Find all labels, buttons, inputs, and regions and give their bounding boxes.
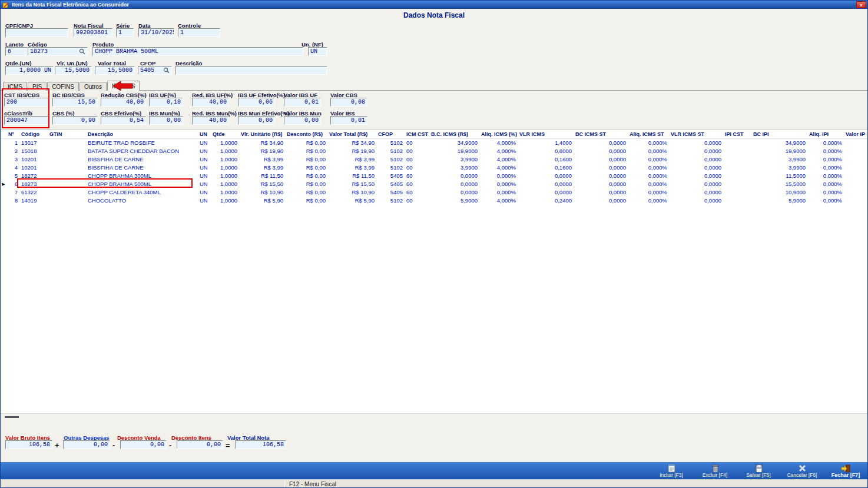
grid-cell: 0,000% [479, 172, 518, 180]
grid-horizontal-scrollbar[interactable] [1, 413, 868, 420]
grid-column-header[interactable]: Vlr. Unitário (R$) [239, 130, 285, 138]
serie-field[interactable]: 1 [116, 28, 134, 37]
valor-ibs-field[interactable]: 0,01 [330, 116, 367, 125]
grid-column-header[interactable]: Valor IP [844, 130, 868, 138]
grid-cell: 0,000% [628, 164, 669, 172]
ibs-mun-efetivo-field[interactable]: 0,00 [238, 116, 275, 125]
grid-cell: 0,1600 [518, 164, 574, 172]
valor-cbs-field[interactable]: 0,08 [330, 98, 367, 107]
valor-total-nota-field[interactable]: 106,58 [235, 440, 286, 449]
close-button[interactable]: x [856, 1, 866, 8]
salvar-button[interactable]: Salvar [F5] [741, 464, 776, 478]
red-ibs-mun-field[interactable]: 40,00 [192, 116, 229, 125]
ibs-uf-field[interactable]: 0,10 [149, 98, 183, 107]
cpf-cnpj-field[interactable] [5, 28, 68, 37]
lancto-field[interactable]: 6 [5, 47, 28, 56]
cfop-value: 5405 [140, 67, 162, 74]
tab-pis[interactable]: PIS [28, 82, 47, 91]
grid-column-header[interactable]: Descrição [86, 130, 198, 138]
grid-column-header[interactable]: UN [198, 130, 211, 138]
ibs-uf-efetivo-field[interactable]: 0,06 [238, 98, 275, 107]
cclasstrib-field[interactable]: 200047 [4, 116, 49, 125]
desconto-venda-field[interactable]: 0,00 [120, 440, 167, 449]
cst-ibs-cbs-field[interactable]: 200 [4, 98, 49, 107]
vlr-un-field[interactable]: 15,5000 [55, 66, 92, 75]
grid-column-header[interactable]: B.C. ICMS (R$) [429, 130, 479, 138]
nota-fiscal-field[interactable]: 992003601 [74, 28, 112, 37]
grid-cell [48, 155, 86, 164]
qtde-field[interactable]: 1,0000 UN [5, 66, 54, 75]
grid-cell: 5,9000 [751, 197, 807, 205]
grid-column-header[interactable]: VLR ICMS ST [669, 130, 723, 138]
cancelar-button[interactable]: Cancelar [F6] [785, 464, 819, 478]
grid-column-header[interactable]: BC IPI [751, 130, 807, 138]
grid-column-header[interactable]: Alíq. IPI [807, 130, 844, 138]
descricao-field[interactable] [175, 66, 327, 75]
table-row[interactable]: 814019CHOCOLATTOUN1,0000R$ 5,90R$ 0,00R$… [1, 197, 868, 205]
table-row[interactable]: ▶618273CHOPP BRAHMA 500MLUN1,0000R$ 15,5… [1, 180, 868, 188]
data-field[interactable]: 31/10/2025 [138, 28, 174, 37]
reducao-cbs-field[interactable]: 40,00 [101, 98, 146, 107]
grid-cell: 1,0000 [211, 172, 239, 180]
tab-cofins[interactable]: COFINS [47, 82, 79, 91]
controle-field[interactable]: 1 [178, 28, 220, 37]
search-icon[interactable] [79, 48, 85, 55]
grid-cell: 0,0000 [574, 147, 628, 155]
grid-column-header[interactable]: Desconto (R$) [285, 130, 327, 138]
grid-column-header[interactable]: Código [19, 130, 48, 138]
ibs-mun-field[interactable]: 0,00 [149, 116, 183, 125]
table-row[interactable]: 215018BATATA SUPER CHEDDAR BACONUN1,0000… [1, 147, 868, 155]
items-table[interactable]: NºCódigoGTINDescriçãoUNQtdeVlr. Unitário… [1, 130, 868, 205]
bc-ibs-cbs-field[interactable]: 15,50 [52, 98, 98, 107]
grid-cell: 15018 [19, 147, 48, 155]
grid-cell: 0,0000 [669, 155, 723, 164]
cbs-efetivo-field[interactable]: 0,54 [101, 116, 146, 125]
bottom-toolbar: Incluir [F3] Excluir [F4] Salvar [F5] [1, 462, 868, 479]
grid-column-header[interactable]: ICM CST [405, 130, 429, 138]
outras-despesas-field[interactable]: 0,00 [63, 440, 110, 449]
codigo-field[interactable]: 18273 [28, 47, 88, 56]
tab-outros[interactable]: Outros [79, 82, 107, 91]
grid-cell: UN [198, 188, 211, 197]
red-ibs-uf-field[interactable]: 40,00 [192, 98, 229, 107]
grid-cell: 60 [405, 172, 429, 180]
tab-icms[interactable]: ICMS [3, 82, 27, 91]
grid-column-header[interactable]: Qtde [211, 130, 239, 138]
incluir-button[interactable]: Incluir [F3] [654, 464, 688, 478]
table-row[interactable]: 310201BIBSFIHA DE CARNEUN1,0000R$ 3,99R$… [1, 155, 868, 164]
grid-column-header[interactable]: GTIN [48, 130, 86, 138]
desconto-itens-field[interactable]: 0,00 [177, 440, 223, 449]
grid-column-header[interactable]: BC ICMS ST [574, 130, 628, 138]
grid-cell: 4,000% [479, 147, 518, 155]
grid-column-header[interactable]: Alíq. ICMS ST [628, 130, 669, 138]
table-row[interactable]: 761322CHOPP CALDERETA 340MLUN1,0000R$ 10… [1, 188, 868, 197]
annotation-arrow-left-icon [112, 81, 134, 91]
valor-ibs-uf-field[interactable]: 0,01 [284, 98, 321, 107]
grid-column-header[interactable]: Nº [6, 130, 19, 138]
fechar-button[interactable]: Fechar [F7] [829, 464, 863, 478]
produto-field[interactable]: CHOPP BRAHMA 500ML [92, 47, 303, 56]
grid-column-header[interactable]: Valor Total (R$) [327, 130, 376, 138]
scrollbar-thumb[interactable] [5, 416, 19, 418]
valor-bruto-itens-field[interactable]: 106,58 [5, 440, 52, 449]
cbs-pct-field[interactable]: 0,90 [52, 116, 98, 125]
title-bar[interactable]: Itens da Nota Fiscal Eletrônica ao Consu… [1, 1, 867, 9]
grid-cell: 5102 [376, 197, 405, 205]
grid-column-header[interactable]: VLR ICMS [518, 130, 574, 138]
grid-column-header[interactable]: IPI CST [723, 130, 751, 138]
table-row[interactable]: 113017BEIRUTE TRAD ROSBIFEUN1,0000R$ 34,… [1, 138, 868, 147]
status-bar: F12 - Menu Fiscal [1, 479, 868, 488]
grid-cell: 13017 [19, 138, 48, 147]
grid-cell: 0,000% [807, 180, 844, 188]
valor-total-field[interactable]: 15,5000 [95, 66, 135, 75]
valor-ibs-mun-field[interactable]: 0,00 [284, 116, 321, 125]
grid-cell: R$ 0,00 [285, 197, 327, 205]
grid-column-header[interactable]: Alíq. ICMS (%) [479, 130, 518, 138]
table-row[interactable]: 518272CHOPP BRAHMA 300MLUN1,0000R$ 11,50… [1, 172, 868, 180]
grid-column-header[interactable]: CFOP [376, 130, 405, 138]
table-row[interactable]: 410201BIBSFIHA DE CARNEUN1,0000R$ 3,99R$… [1, 164, 868, 172]
un-nf-field[interactable]: UN [308, 47, 327, 56]
excluir-button[interactable]: Excluir [F4] [698, 464, 732, 478]
cfop-field[interactable]: 5405 [138, 66, 172, 75]
search-icon[interactable] [163, 67, 170, 74]
